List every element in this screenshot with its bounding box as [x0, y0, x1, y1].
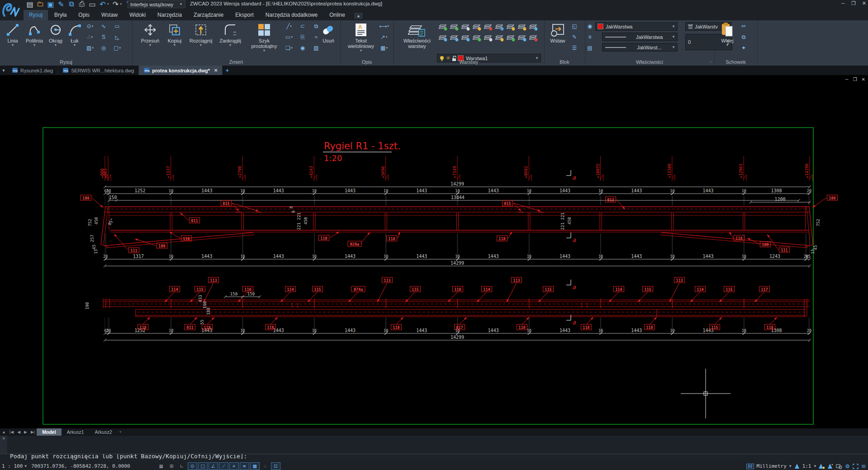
new-layout-icon[interactable]: + — [118, 430, 123, 434]
insert-button[interactable]: Wstaw — [546, 22, 569, 43]
layout-tab-model[interactable]: Model — [37, 428, 61, 436]
erase-button[interactable]: Usuń — [318, 22, 338, 43]
undo-icon[interactable]: ↶ — [99, 1, 106, 7]
gradient-icon[interactable]: ▨ — [312, 44, 320, 52]
ribbon-tab-eksport[interactable]: Eksport — [230, 10, 259, 20]
units-badge-icon[interactable]: 00 — [746, 464, 754, 469]
rect-array-button[interactable]: Szyk prostokątny ▼ — [246, 22, 282, 52]
wipeout-icon[interactable]: ◺ — [113, 33, 121, 41]
first-tab-icon[interactable]: |◀ — [8, 430, 15, 434]
plot-icon[interactable]: ⎙ — [78, 1, 85, 7]
chevron-down-icon[interactable]: ▾ — [290, 24, 292, 28]
close-button[interactable]: ✕ — [862, 0, 866, 6]
fullscreen-icon[interactable] — [853, 464, 859, 469]
layer-tool-icon[interactable] — [495, 34, 504, 42]
rectangle-icon[interactable]: ▭▾ — [285, 33, 293, 41]
snap-toggle-icon[interactable]: + — [229, 462, 239, 470]
otrack-toggle-icon[interactable]: ∠ — [209, 462, 218, 470]
command-close-icon[interactable]: ✕ — [2, 436, 5, 441]
polar-toggle-icon[interactable]: ⊙ — [188, 462, 197, 470]
leader-icon[interactable]: ↗▾ — [380, 33, 388, 41]
offset-icon[interactable]: ⊂ — [299, 22, 307, 30]
ribbon-tab-bry-a[interactable]: Bryła — [49, 10, 72, 20]
command-line[interactable]: ✕ Podaj punkt rozciągnięcia lub [punkt B… — [0, 436, 868, 462]
last-tab-icon[interactable]: ▶| — [29, 430, 37, 434]
chevron-down-icon[interactable]: ▾ — [386, 35, 388, 39]
polyline-button[interactable]: Polilinia ▼ — [24, 22, 45, 47]
palette-icon[interactable]: ◉ — [586, 22, 594, 30]
lineweight-list-icon[interactable]: ≡ — [586, 33, 594, 41]
ribbon-tab-wstaw[interactable]: Wstaw — [96, 10, 123, 20]
layer-tool-icon[interactable] — [450, 23, 459, 31]
annotation-visibility-icon[interactable] — [819, 463, 825, 469]
annotation-scale[interactable]: 1:1 — [802, 463, 811, 469]
ribbon-tab-online[interactable]: Online — [324, 10, 351, 20]
layer-tool-icon[interactable] — [461, 34, 470, 42]
ribbon-tab-narz-dzia-dodatkowe[interactable]: Narzędzia dodatkowe — [260, 10, 323, 20]
minimize-button[interactable]: ─ — [841, 0, 845, 6]
linetype-list-icon[interactable]: ▤ — [586, 44, 594, 52]
fillet-button[interactable]: Zaokrąglij ▼ — [217, 22, 243, 47]
lineweight-combo[interactable]: JakWarstwa ▼ — [602, 33, 678, 41]
stretch-button[interactable]: Rozciągnij ▼ — [187, 22, 214, 47]
maximize-button[interactable]: ❐ — [851, 0, 856, 6]
layer-tool-icon[interactable] — [495, 23, 504, 31]
settings-gear-icon[interactable]: ⚙ — [845, 463, 850, 470]
selection-cycling-icon[interactable] — [836, 464, 842, 469]
layer-tool-icon[interactable] — [473, 34, 482, 42]
collapse-command-icon[interactable]: ▲ — [0, 430, 8, 434]
preview-icon[interactable]: ▭ — [89, 1, 96, 7]
drawing-area[interactable]: ─ ❐ ✕ Rygiel R1 - 1szt.1:201429965201252… — [0, 75, 868, 428]
esnap-toggle-icon[interactable]: ∴ — [261, 462, 270, 470]
boundary-icon[interactable]: ▢▾ — [113, 44, 121, 52]
ribbon-collapse-icon[interactable]: ▲ — [354, 13, 363, 19]
spline-icon[interactable]: S — [100, 33, 108, 41]
layer-tool-icon[interactable] — [529, 34, 538, 42]
transparency-toggle-icon[interactable]: ▩ — [250, 462, 260, 470]
layer-tool-icon[interactable] — [439, 23, 448, 31]
circle-button[interactable]: Okrąg ▼ — [46, 22, 65, 47]
revcloud-icon[interactable]: ∿ — [100, 22, 108, 30]
zwcad-logo-icon[interactable] — [1, 0, 22, 20]
doc-close-button[interactable]: ✕ — [862, 77, 865, 82]
layer-tool-icon[interactable] — [461, 23, 470, 31]
table-icon[interactable]: ▦▾ — [380, 44, 388, 52]
layer-tool-icon[interactable] — [439, 34, 448, 42]
attribute-manager-icon[interactable]: ☰ — [570, 44, 579, 52]
dimension-icon[interactable]: ⟷▾ — [380, 22, 388, 30]
lineweight-toggle-icon[interactable]: ≡ — [240, 462, 249, 470]
move-layer-icon[interactable]: ❏▾ — [285, 44, 293, 52]
trim-icon[interactable]: ╱▾ — [285, 22, 293, 30]
ribbon-tab-zarz-dzanie[interactable]: Zarządzanie — [188, 10, 229, 20]
ribbon-tab-narz-dzia[interactable]: Narzędzia — [152, 10, 187, 20]
layout-tab-arkusz1[interactable]: Arkusz1 — [62, 428, 90, 436]
divide-icon[interactable]: ∴▾ — [86, 33, 94, 41]
paste-button[interactable]: Wklej ▼ — [718, 22, 737, 47]
ribbon-tab-widoki[interactable]: Widoki — [124, 10, 151, 20]
osnap-toggle-icon[interactable]: □ — [198, 462, 208, 470]
close-tab-icon[interactable]: ✕ — [214, 68, 218, 73]
dialog-launcher-icon[interactable]: ⌐ — [710, 59, 712, 64]
layer-properties-button[interactable]: Właściwości warstwy — [397, 22, 437, 49]
layer-tool-icon[interactable] — [518, 23, 527, 31]
cut-icon[interactable]: ✂ — [740, 22, 748, 30]
grid-toggle-icon[interactable]: ▦ — [157, 462, 166, 470]
layer-tool-icon[interactable] — [507, 23, 516, 31]
chevron-down-icon[interactable]: ▾ — [91, 35, 93, 39]
doc-minimize-button[interactable]: ─ — [845, 77, 849, 82]
move-button[interactable]: Przesuń ▼ — [138, 22, 162, 47]
new-file-icon[interactable]: ▤ — [26, 1, 33, 7]
layer-tool-icon[interactable] — [484, 23, 493, 31]
doc-tab[interactable]: dwgprotea konstrukcja.dwg*✕ — [139, 66, 223, 75]
open-folder-icon[interactable]: 🗀 — [37, 1, 44, 7]
cad-drawing[interactable]: Rygiel R1 - 1szt.1:201429965201252101443… — [0, 75, 868, 428]
chevron-down-icon[interactable]: ▾ — [291, 35, 293, 39]
doc-tab[interactable]: dwgSERWIS WR...hitektura.dwg — [58, 66, 139, 75]
region-icon[interactable]: ▭ — [113, 22, 121, 30]
ortho-toggle-icon[interactable]: ∟ — [177, 462, 187, 470]
line-button[interactable]: Linia ▼ — [3, 22, 23, 47]
arc-button[interactable]: Łuk ▼ — [66, 22, 83, 47]
chevron-down-icon[interactable]: ▾ — [119, 46, 121, 50]
format-painter-icon[interactable]: ✦ — [740, 44, 748, 52]
snap-grid-toggle-icon[interactable]: ⊞ — [167, 462, 176, 470]
